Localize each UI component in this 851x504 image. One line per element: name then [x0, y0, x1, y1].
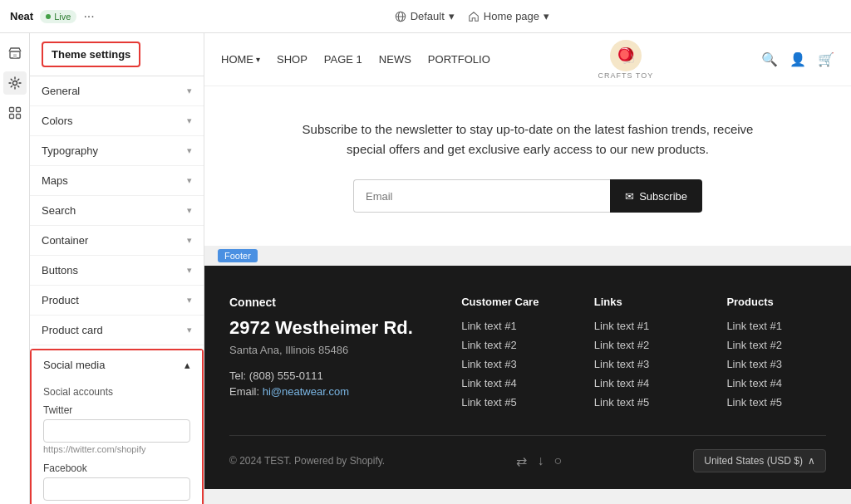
chevron-icon: ▾ — [187, 265, 192, 276]
email-input[interactable] — [353, 179, 610, 213]
cart-nav-icon[interactable]: 🛒 — [818, 51, 834, 67]
default-selector[interactable]: Default ▾ — [395, 10, 455, 22]
logo-circle: 🪀 — [610, 40, 642, 71]
footer-top: Connect 2972 Westheimer Rd. Santa Ana, I… — [229, 296, 826, 415]
link[interactable]: Link text #4 — [726, 377, 782, 389]
connect-heading: Connect — [229, 296, 428, 309]
panel-item-maps[interactable]: Maps ▾ — [30, 166, 204, 196]
nav-item-news[interactable]: NEWS — [379, 53, 411, 66]
more-options-button[interactable]: ··· — [83, 9, 94, 24]
list-item: Link text #1 — [594, 320, 694, 332]
account-nav-icon[interactable]: 👤 — [790, 51, 806, 67]
products-heading: Products — [726, 296, 826, 308]
link[interactable]: Link text #3 — [594, 358, 650, 370]
links-list: Link text #1 Link text #2 Link text #3 L… — [594, 320, 694, 409]
panel-item-buttons[interactable]: Buttons ▾ — [30, 256, 204, 286]
globe-icon — [395, 11, 406, 22]
panel-item-product-card[interactable]: Product card ▾ — [30, 316, 204, 345]
panel-item-container[interactable]: Container ▾ — [30, 226, 204, 256]
theme-icon-button[interactable] — [3, 71, 27, 95]
home-icon — [468, 11, 480, 22]
nav-item-portfolio[interactable]: PORTFOLIO — [428, 53, 490, 66]
svg-rect-7 — [16, 108, 20, 112]
facebook-input[interactable] — [43, 477, 190, 501]
settings-icon — [8, 76, 22, 90]
footer-products-column: Products Link text #1 Link text #2 Link … — [726, 296, 826, 415]
store-icon-button[interactable] — [3, 42, 27, 65]
svg-rect-8 — [9, 115, 13, 119]
footer-label-badge: Footer — [218, 249, 258, 262]
customer-care-links: Link text #1 Link text #2 Link text #3 L… — [461, 320, 561, 409]
link[interactable]: Link text #4 — [594, 377, 650, 389]
newsletter-form: ✉ Subscribe — [353, 179, 702, 213]
top-bar: Neat Live ··· Default ▾ Home page ▾ — [0, 0, 851, 33]
nav-item-home[interactable]: HOME ▾ — [221, 53, 260, 66]
footer-address: 2972 Westheimer Rd. — [229, 317, 428, 339]
theme-settings-title-box: Theme settings — [42, 42, 140, 67]
footer-label-row: Footer — [204, 246, 851, 266]
list-item: Link text #3 — [594, 358, 694, 370]
footer-links-column: Links Link text #1 Link text #2 Link tex… — [594, 296, 694, 415]
link[interactable]: Link text #2 — [726, 339, 782, 351]
link[interactable]: Link text #5 — [594, 396, 650, 409]
panel-item-search[interactable]: Search ▾ — [30, 196, 204, 226]
social-icon-1[interactable]: ⇄ — [516, 453, 527, 469]
chevron-icon: ▾ — [187, 175, 192, 186]
link[interactable]: Link text #4 — [461, 377, 517, 389]
footer-bottom: © 2024 TEST. Powered by Shopify. ⇄ ↓ ○ U… — [229, 435, 826, 472]
currency-selector[interactable]: United States (USD $) ∧ — [693, 449, 826, 472]
chevron-icon: ▾ — [187, 205, 192, 216]
nav-item-page1[interactable]: PAGE 1 — [324, 53, 362, 66]
newsletter-section: Subscribe to the newsletter to stay up-t… — [204, 86, 851, 246]
link[interactable]: Link text #2 — [461, 339, 517, 351]
link[interactable]: Link text #2 — [594, 339, 650, 351]
link[interactable]: Link text #5 — [461, 396, 517, 409]
chevron-icon: ▾ — [187, 325, 192, 335]
link[interactable]: Link text #1 — [461, 320, 517, 332]
nav-item-shop[interactable]: SHOP — [277, 53, 307, 66]
link[interactable]: Link text #3 — [726, 358, 782, 370]
twitter-hint: https://twitter.com/shopify — [43, 444, 190, 454]
twitter-field: Twitter https://twitter.com/shopify — [43, 404, 190, 454]
panel-item-typography[interactable]: Typography ▾ — [30, 136, 204, 166]
panel-item-product[interactable]: Product ▾ — [30, 286, 204, 316]
search-nav-icon[interactable]: 🔍 — [761, 51, 778, 67]
twitter-input[interactable] — [43, 419, 190, 443]
chevron-icon: ▾ — [187, 115, 192, 126]
list-item: Link text #5 — [726, 396, 826, 409]
chevron-icon: ▴ — [184, 359, 190, 371]
panel-items: General ▾ Colors ▾ Typography ▾ Maps ▾ S… — [30, 76, 204, 504]
left-panel: Theme settings General ▾ Colors ▾ Typogr… — [30, 33, 204, 504]
panel-header: Theme settings — [30, 33, 204, 76]
subscribe-button[interactable]: ✉ Subscribe — [610, 179, 702, 213]
svg-rect-4 — [13, 54, 17, 58]
store-logo: 🪀 CRAFTS TOY — [598, 40, 654, 80]
link[interactable]: Link text #1 — [726, 320, 782, 332]
store-nav-right: 🔍 👤 🛒 — [761, 51, 834, 67]
list-item: Link text #1 — [726, 320, 826, 332]
list-item: Link text #4 — [726, 377, 826, 389]
social-media-header[interactable]: Social media ▴ — [32, 350, 202, 379]
link[interactable]: Link text #3 — [461, 358, 517, 370]
social-icon-3[interactable]: ○ — [553, 453, 562, 469]
apps-icon-button[interactable] — [3, 101, 27, 125]
social-icon-2[interactable]: ↓ — [537, 453, 544, 469]
link[interactable]: Link text #1 — [594, 320, 650, 332]
links-heading: Links — [594, 296, 694, 308]
panel-item-colors[interactable]: Colors ▾ — [30, 106, 204, 136]
chevron-icon: ▾ — [187, 295, 192, 306]
panel-item-general[interactable]: General ▾ — [30, 76, 204, 106]
chevron-icon: ▾ — [187, 86, 192, 96]
facebook-label: Facebook — [43, 462, 190, 474]
home-page-selector[interactable]: Home page ▾ — [468, 10, 549, 22]
products-list: Link text #1 Link text #2 Link text #3 L… — [726, 320, 826, 409]
store-nav-left: HOME ▾ SHOP PAGE 1 NEWS PORTFOLIO — [221, 53, 490, 66]
footer-email-link[interactable]: hi@neatwear.com — [263, 385, 349, 398]
sidebar-icons — [0, 33, 30, 504]
live-dot — [46, 14, 51, 19]
twitter-label: Twitter — [43, 404, 190, 416]
store-name: Neat — [10, 10, 33, 22]
social-accounts-label: Social accounts — [43, 386, 190, 398]
link[interactable]: Link text #5 — [726, 396, 782, 409]
main-layout: Theme settings General ▾ Colors ▾ Typogr… — [0, 33, 851, 504]
